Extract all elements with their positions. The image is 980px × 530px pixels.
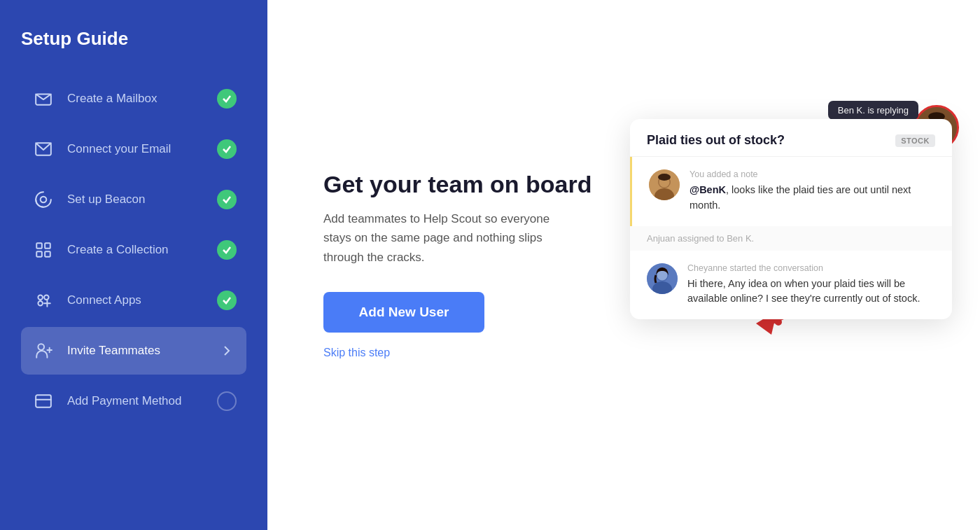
note-text-area: You added a note @BenK, looks like the p…	[690, 169, 935, 214]
circle-badge	[217, 391, 237, 411]
sidebar-item-create-collection[interactable]: Create a Collection	[21, 226, 246, 274]
check-badge	[217, 89, 237, 109]
svg-point-12	[38, 344, 44, 350]
svg-point-8	[44, 295, 49, 300]
sidebar-item-label: Connect your Email	[67, 142, 217, 156]
svg-point-7	[38, 295, 43, 300]
main-description: Add teammates to Help Scout so everyone …	[323, 209, 561, 267]
skip-step-link[interactable]: Skip this step	[323, 347, 390, 359]
svg-rect-6	[45, 251, 50, 257]
payment-icon	[31, 389, 56, 414]
sidebar-item-label: Set up Beacon	[67, 193, 217, 207]
teammates-icon	[31, 338, 56, 363]
reply-tooltip: Ben K. is replying	[828, 101, 918, 120]
mailbox-icon	[31, 86, 56, 111]
check-badge	[217, 291, 237, 310]
svg-rect-5	[36, 251, 42, 257]
apps-icon	[31, 288, 56, 313]
conversation-header: Plaid ties out of stock? STOCK	[630, 119, 952, 157]
svg-rect-15	[36, 395, 51, 407]
collection-icon	[31, 237, 56, 263]
cheyanne-meta: Cheyanne started the conversation	[687, 263, 935, 273]
main-content: Get your team on board Add teammates to …	[267, 0, 980, 530]
svg-rect-3	[36, 243, 42, 249]
add-new-user-button[interactable]: Add New User	[323, 292, 484, 333]
assigned-divider: Anjuan assigned to Ben K.	[630, 226, 952, 251]
stock-badge: STOCK	[895, 134, 935, 147]
sidebar-item-label: Create a Mailbox	[67, 92, 217, 106]
sidebar: Setup Guide Create a Mailbox Connect you…	[0, 0, 267, 530]
cheyanne-avatar	[647, 263, 678, 294]
sidebar-item-setup-beacon[interactable]: Set up Beacon	[21, 176, 246, 223]
cheyanne-message: Cheyanne started the conversation Hi the…	[630, 251, 952, 320]
beacon-icon	[31, 187, 56, 212]
svg-rect-4	[45, 243, 50, 249]
sidebar-item-add-payment[interactable]: Add Payment Method	[21, 377, 246, 425]
svg-point-9	[38, 301, 43, 306]
sidebar-item-label: Invite Teammates	[67, 344, 217, 358]
sidebar-item-connect-email[interactable]: Connect your Email	[21, 125, 246, 173]
arrow-badge	[217, 341, 237, 361]
check-badge	[217, 139, 237, 159]
note-text: @BenK, looks like the plaid ties are out…	[690, 183, 935, 214]
sidebar-item-create-mailbox[interactable]: Create a Mailbox	[21, 75, 246, 123]
conversation-panel-wrapper: Ben K. is replying	[644, 105, 966, 155]
note-meta: You added a note	[690, 169, 935, 179]
sidebar-item-label: Connect Apps	[67, 293, 217, 307]
conversation-body: You added a note @BenK, looks like the p…	[630, 157, 952, 319]
check-badge	[217, 190, 237, 209]
note-message: You added a note @BenK, looks like the p…	[630, 157, 952, 226]
conversation-title: Plaid ties out of stock?	[647, 133, 785, 148]
note-avatar	[649, 169, 680, 200]
cheyanne-text-area: Cheyanne started the conversation Hi the…	[687, 263, 935, 307]
sidebar-title: Setup Guide	[21, 28, 246, 50]
sidebar-item-label: Add Payment Method	[67, 394, 217, 408]
email-icon	[31, 137, 56, 162]
main-heading: Get your team on board	[323, 171, 592, 198]
svg-point-2	[41, 197, 47, 203]
cheyanne-text: Hi there, Any idea on when your plaid ti…	[687, 277, 935, 307]
sidebar-item-label: Create a Collection	[67, 243, 217, 257]
conversation-panel: Plaid ties out of stock? STOCK	[630, 119, 952, 319]
svg-point-39	[658, 174, 671, 181]
sidebar-item-invite-teammates[interactable]: Invite Teammates	[21, 327, 246, 375]
check-badge	[217, 240, 237, 260]
sidebar-item-connect-apps[interactable]: Connect Apps	[21, 277, 246, 324]
